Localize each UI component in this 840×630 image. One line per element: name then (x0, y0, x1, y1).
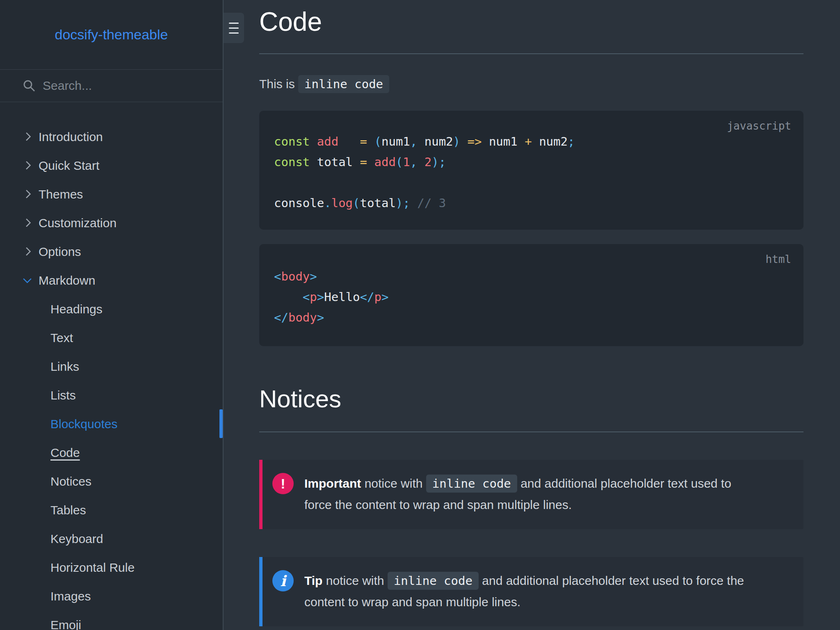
sidebar-header: docsify-themeable (0, 0, 223, 69)
sidebar-item-emoji: Emoji (0, 611, 223, 630)
sidebar-item-label: Markdown (39, 274, 95, 288)
sidebar-link-horizontal-rule[interactable]: Horizontal Rule (50, 561, 135, 575)
sidebar-item-label: Horizontal Rule (50, 561, 135, 575)
sidebar-toggle-button[interactable] (224, 13, 244, 43)
sidebar-item-label: Headings (50, 302, 103, 316)
sidebar-item-notices: Notices (0, 467, 223, 496)
sidebar-item-customization: Customization (0, 209, 223, 237)
sidebar-link-markdown[interactable]: Markdown (24, 274, 95, 288)
sidebar-link-notices[interactable]: Notices (50, 475, 91, 488)
sidebar-item-label: Text (50, 331, 73, 345)
sidebar-link-introduction[interactable]: Introduction (24, 130, 103, 144)
sidebar-item-label: Options (39, 245, 81, 259)
sidebar-item-tables: Tables (0, 496, 223, 525)
sidebar-link-code[interactable]: Code (50, 446, 80, 460)
sidebar-link-text[interactable]: Text (50, 331, 73, 345)
search-bar (0, 69, 223, 102)
search-input[interactable] (43, 79, 199, 93)
sidebar-item-label: Code (50, 446, 80, 460)
notice-label: Tip (304, 574, 322, 587)
sidebar: docsify-themeable IntroductionQuick Star… (0, 0, 224, 630)
inline-code: inline code (298, 75, 389, 93)
chevron-right-icon (22, 132, 31, 141)
sidebar-item-label: Lists (50, 388, 76, 402)
sidebar-nav: IntroductionQuick StartThemesCustomizati… (0, 102, 223, 630)
sidebar-item-text: Text (0, 324, 223, 352)
chevron-right-icon (22, 218, 31, 227)
code-language-label: html (765, 253, 791, 265)
main-content: Code This is inline code javascript cons… (224, 0, 840, 630)
sidebar-link-keyboard[interactable]: Keyboard (50, 532, 103, 546)
notice-label: Important (304, 477, 361, 490)
sidebar-link-lists[interactable]: Lists (50, 388, 76, 402)
menu-icon (229, 23, 239, 24)
code-line: <body> (274, 266, 789, 287)
sidebar-item-lists: Lists (0, 381, 223, 410)
code-block-javascript: javascript const add = (num1, num2) => n… (259, 111, 803, 230)
sidebar-item-label: Images (50, 589, 91, 603)
divider (259, 53, 803, 54)
sidebar-item-label: Tables (50, 503, 86, 517)
exclamation-icon: ! (272, 473, 294, 494)
code-line: </body> (274, 307, 789, 328)
sidebar-item-label: Introduction (39, 130, 103, 144)
code-block-html: html <body> <p>Hello</p></body> (259, 244, 803, 346)
sidebar-item-quick-start: Quick Start (0, 151, 223, 180)
sidebar-link-themes[interactable]: Themes (24, 187, 83, 201)
sidebar-item-links: Links (0, 352, 223, 381)
code-language-label: javascript (727, 120, 791, 132)
code-line (274, 172, 789, 193)
sidebar-link-tables[interactable]: Tables (50, 503, 86, 517)
chevron-down-icon (23, 274, 32, 283)
sidebar-link-headings[interactable]: Headings (50, 302, 103, 316)
sidebar-item-label: Keyboard (50, 532, 103, 546)
sidebar-link-images[interactable]: Images (50, 589, 91, 603)
notice-important: ! Important notice with inline code and … (259, 460, 803, 529)
sidebar-item-keyboard: Keyboard (0, 525, 223, 553)
sidebar-item-label: Themes (39, 187, 83, 201)
inline-code: inline code (426, 475, 517, 493)
sidebar-link-quick-start[interactable]: Quick Start (24, 159, 99, 173)
intro-paragraph: This is inline code (259, 73, 803, 95)
sidebar-item-label: Customization (39, 216, 116, 230)
page-title: Code (259, 0, 803, 38)
sidebar-item-introduction: Introduction (0, 123, 223, 151)
search-icon (23, 79, 36, 92)
code-line: <p>Hello</p> (274, 287, 789, 307)
chevron-right-icon (22, 247, 31, 256)
sidebar-item-horizontal-rule: Horizontal Rule (0, 553, 223, 582)
sidebar-link-options[interactable]: Options (24, 245, 81, 259)
code-line: const total = add(1, 2); (274, 152, 789, 172)
sidebar-title[interactable]: docsify-themeable (55, 27, 168, 43)
inline-code: inline code (388, 572, 479, 590)
sidebar-item-label: Quick Start (39, 159, 99, 173)
sidebar-item-code: Code (0, 438, 223, 467)
sidebar-item-headings: Headings (0, 295, 223, 324)
sidebar-item-blockquotes: Blockquotes (0, 410, 223, 438)
sidebar-item-themes: Themes (0, 180, 223, 209)
sidebar-item-label: Blockquotes (50, 417, 117, 431)
sidebar-link-blockquotes[interactable]: Blockquotes (50, 417, 117, 431)
chevron-right-icon (22, 189, 31, 198)
chevron-right-icon (22, 161, 31, 169)
sidebar-item-label: Links (50, 360, 79, 374)
code-line: const add = (num1, num2) => num1 + num2; (274, 131, 789, 152)
sidebar-item-options: Options (0, 237, 223, 266)
sidebar-item-label: Emoji (50, 618, 81, 630)
sidebar-item-images: Images (0, 582, 223, 611)
sidebar-link-links[interactable]: Links (50, 360, 79, 374)
sidebar-link-customization[interactable]: Customization (24, 216, 116, 230)
notice-tip: i Tip notice with inline code and additi… (259, 557, 803, 626)
active-page-indicator (219, 409, 223, 438)
sidebar-item-markdown: Markdown (0, 266, 223, 295)
sidebar-item-label: Notices (50, 475, 91, 488)
divider (259, 431, 803, 432)
section-title: Notices (259, 384, 803, 414)
info-icon: i (272, 570, 294, 591)
code-line: console.log(total); // 3 (274, 193, 789, 213)
sidebar-link-emoji[interactable]: Emoji (50, 618, 81, 630)
